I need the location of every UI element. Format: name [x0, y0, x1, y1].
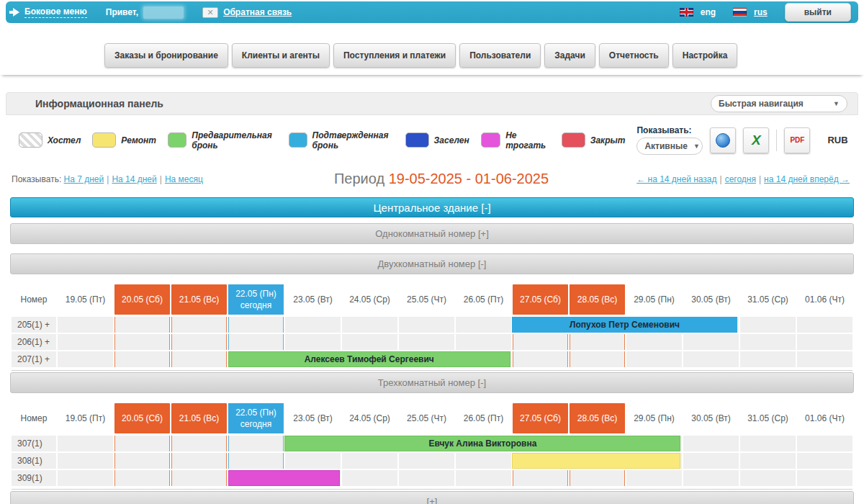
calendar-cell[interactable] — [797, 453, 852, 469]
calendar-cell[interactable] — [626, 470, 682, 486]
lang-rus-link[interactable]: rus — [754, 7, 768, 17]
calendar-cell[interactable] — [342, 470, 397, 486]
calendar-cell[interactable] — [740, 470, 796, 486]
room-label[interactable]: 207(1) + — [12, 351, 56, 367]
uk-flag-icon[interactable] — [680, 8, 693, 17]
calendar-cell[interactable] — [683, 453, 739, 469]
calendar-cell[interactable] — [58, 436, 113, 451]
ru-flag-icon[interactable] — [733, 8, 747, 17]
calendar-cell[interactable] — [399, 453, 454, 469]
calendar-cell[interactable] — [114, 436, 170, 451]
tab-users[interactable]: Пользователи — [459, 43, 541, 68]
calendar-cell[interactable] — [171, 317, 227, 333]
calendar-cell[interactable] — [114, 317, 170, 333]
calendar-cell[interactable] — [740, 317, 796, 333]
forward-14-days-link[interactable]: на 14 дней вперёд → — [764, 174, 850, 184]
room-label[interactable]: 307(1) — [12, 436, 56, 451]
booking-bar-do-not-touch[interactable] — [228, 470, 341, 486]
calendar-cell[interactable] — [228, 453, 284, 469]
calendar-cell[interactable] — [114, 351, 170, 367]
tab-settings[interactable]: Настройка — [672, 43, 738, 68]
feedback-label[interactable]: Обратная связь — [223, 7, 292, 17]
calendar-cell[interactable] — [58, 453, 113, 469]
calendar-cell[interactable] — [797, 436, 852, 451]
tab-tasks[interactable]: Задачи — [544, 43, 595, 68]
sidebar-menu-toggle[interactable]: Боковое меню — [13, 6, 87, 18]
calendar-cell[interactable] — [570, 470, 625, 486]
calendar-cell[interactable] — [797, 470, 852, 486]
room-label[interactable]: 308(1) — [12, 453, 56, 469]
booking-bar-repair[interactable] — [512, 453, 681, 469]
room-label[interactable]: 205(1) + — [12, 317, 56, 333]
calendar-cell[interactable] — [399, 334, 454, 350]
calendar-cell[interactable] — [683, 351, 739, 367]
calendar-cell[interactable] — [740, 334, 796, 350]
calendar-cell[interactable] — [228, 436, 284, 451]
calendar-cell[interactable] — [342, 317, 397, 333]
calendar-cell[interactable] — [171, 334, 227, 350]
logout-button[interactable]: выйти — [785, 3, 851, 22]
calendar-cell[interactable] — [456, 334, 511, 350]
calendar-cell[interactable] — [740, 351, 796, 367]
excel-export-icon[interactable]: X — [743, 127, 769, 153]
section-three-room[interactable]: Трехкомнатный номер [-] — [10, 372, 854, 393]
calendar-cell[interactable] — [399, 317, 454, 333]
tab-payments[interactable]: Поступления и платежи — [333, 43, 456, 68]
calendar-cell[interactable] — [171, 453, 227, 469]
tab-orders-booking[interactable]: Заказы и бронирование — [104, 43, 228, 68]
room-label[interactable]: 309(1) — [12, 470, 56, 486]
calendar-cell[interactable] — [626, 351, 682, 367]
calendar-cell[interactable] — [285, 334, 341, 350]
calendar-cell[interactable] — [171, 470, 227, 486]
calendar-cell[interactable] — [342, 453, 397, 469]
calendar-cell[interactable] — [683, 334, 739, 350]
calendar-cell[interactable] — [513, 470, 568, 486]
calendar-cell[interactable] — [513, 351, 568, 367]
pdf-export-icon[interactable]: PDF — [784, 127, 810, 153]
calendar-cell[interactable] — [683, 470, 739, 486]
booking-bar-confirmed[interactable]: Лопухов Петр Семенович — [512, 317, 737, 333]
booking-bar-preliminary[interactable]: Алексеев Тимофей Сергеевич — [228, 351, 510, 367]
quick-navigation-select[interactable]: Быстрая навигация ▼ — [711, 95, 847, 112]
calendar-cell[interactable] — [58, 317, 113, 333]
calendar-cell[interactable] — [683, 436, 739, 451]
calendar-cell[interactable] — [570, 334, 625, 350]
calendar-cell[interactable] — [797, 351, 852, 367]
calendar-cell[interactable] — [58, 334, 113, 350]
status-select[interactable]: Активные ▼ — [636, 138, 703, 155]
calendar-cell[interactable] — [740, 453, 796, 469]
back-14-days-link[interactable]: ← на 14 дней назад — [636, 174, 716, 184]
feedback-link[interactable]: ✕ Обратная связь — [202, 7, 292, 18]
calendar-cell[interactable] — [114, 470, 170, 486]
lang-eng-link[interactable]: eng — [701, 7, 716, 17]
calendar-cell[interactable] — [114, 453, 170, 469]
calendar-cell[interactable] — [513, 334, 568, 350]
calendar-cell[interactable] — [399, 470, 454, 486]
sidebar-menu-label[interactable]: Боковое меню — [24, 6, 87, 18]
room-label[interactable]: 206(1) + — [12, 334, 56, 350]
range-7-days-link[interactable]: На 7 дней — [64, 174, 104, 184]
calendar-cell[interactable] — [342, 334, 397, 350]
calendar-cell[interactable] — [456, 470, 511, 486]
calendar-cell[interactable] — [797, 317, 852, 333]
calendar-cell[interactable] — [285, 317, 341, 333]
tab-clients-agents[interactable]: Клиенты и агенты — [232, 43, 330, 68]
range-month-link[interactable]: На месяц — [165, 174, 203, 184]
calendar-cell[interactable] — [626, 334, 682, 350]
calendar-cell[interactable] — [114, 334, 170, 350]
calendar-cell[interactable] — [456, 317, 511, 333]
html-export-icon[interactable] — [710, 127, 736, 153]
calendar-cell[interactable] — [570, 351, 625, 367]
section-two-room[interactable]: Двухкомнатный номер [-] — [10, 253, 854, 274]
calendar-cell[interactable] — [740, 436, 796, 451]
section-one-room[interactable]: Однокомнатный номер [+] — [10, 223, 854, 244]
calendar-cell[interactable] — [285, 453, 341, 469]
calendar-cell[interactable] — [228, 317, 284, 333]
calendar-cell[interactable] — [228, 334, 284, 350]
calendar-cell[interactable] — [171, 351, 227, 367]
calendar-cell[interactable] — [456, 453, 511, 469]
today-link[interactable]: сегодня — [725, 174, 756, 184]
calendar-cell[interactable] — [58, 470, 113, 486]
range-14-days-link[interactable]: На 14 дней — [112, 174, 156, 184]
calendar-cell[interactable] — [171, 436, 227, 451]
